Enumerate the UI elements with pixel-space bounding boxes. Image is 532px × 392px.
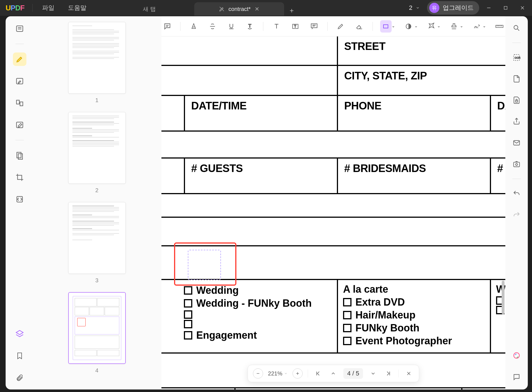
svg-point-45 bbox=[514, 26, 518, 29]
share-icon[interactable] bbox=[510, 115, 523, 128]
tab-count-dropdown[interactable]: 2 bbox=[404, 3, 425, 13]
tab-new[interactable]: 새 탭 bbox=[104, 2, 194, 16]
signature-icon[interactable] bbox=[471, 20, 483, 33]
crop-icon[interactable] bbox=[13, 171, 26, 184]
right-rail-bottom bbox=[505, 349, 528, 384]
typewriter-icon[interactable]: T bbox=[289, 20, 301, 33]
eraser-icon[interactable] bbox=[354, 20, 365, 33]
thumbnail-panel[interactable]: 1 2 3 bbox=[34, 16, 160, 389]
rectangle-shape-icon[interactable] bbox=[380, 20, 392, 33]
zoom-dropdown[interactable]: 221% bbox=[268, 370, 287, 377]
window-minimize[interactable] bbox=[481, 2, 496, 13]
shape-draft-preview[interactable] bbox=[188, 250, 221, 280]
checkbox[interactable] bbox=[343, 298, 351, 306]
svg-text:T: T bbox=[248, 23, 251, 29]
callout-icon[interactable] bbox=[308, 20, 320, 33]
window-maximize[interactable] bbox=[498, 2, 513, 13]
svg-rect-30 bbox=[383, 25, 388, 28]
highlight-text-icon[interactable] bbox=[188, 20, 199, 33]
pencil-icon[interactable] bbox=[335, 20, 346, 33]
menu-help[interactable]: 도움말 bbox=[68, 4, 86, 12]
left-rail bbox=[6, 16, 34, 389]
zoom-separator bbox=[398, 370, 399, 377]
underline-icon[interactable] bbox=[225, 20, 237, 33]
checkbox[interactable] bbox=[343, 324, 351, 332]
checkbox[interactable] bbox=[343, 337, 351, 345]
protect-icon[interactable] bbox=[510, 93, 523, 107]
layers-icon[interactable] bbox=[13, 327, 26, 341]
thumbnail-label: 1 bbox=[95, 97, 98, 104]
tabs-region: 새 탭 contract* ✕ ＋ bbox=[104, 0, 404, 16]
form-field-guests: # GUESTS bbox=[184, 159, 337, 193]
toolbar-separator bbox=[263, 22, 263, 31]
checkbox[interactable] bbox=[184, 299, 192, 308]
compress-icon[interactable] bbox=[13, 149, 26, 162]
organize-pages-icon[interactable] bbox=[13, 96, 26, 110]
tab-close-icon[interactable]: ✕ bbox=[255, 6, 259, 12]
edit-text-icon[interactable] bbox=[13, 74, 26, 88]
upgrade-button[interactable]: 유 업그레이드 bbox=[427, 1, 479, 15]
tab-count: 2 bbox=[409, 4, 412, 12]
thumbnail-item[interactable]: 4 bbox=[45, 292, 149, 374]
window-close[interactable] bbox=[515, 2, 530, 13]
checkbox[interactable] bbox=[184, 310, 192, 319]
package-option: Hair/Makeup bbox=[355, 309, 415, 321]
prev-page-button[interactable] bbox=[328, 368, 338, 379]
page-indicator[interactable]: 4 / 5 bbox=[343, 368, 363, 379]
checkbox[interactable] bbox=[184, 286, 192, 295]
zoom-in-button[interactable] bbox=[293, 368, 303, 379]
reader-mode-icon[interactable] bbox=[13, 22, 26, 35]
zoom-out-button[interactable] bbox=[253, 368, 263, 379]
thumbnail-label: 4 bbox=[95, 367, 98, 374]
svg-rect-49 bbox=[516, 100, 518, 102]
bookmark-icon[interactable] bbox=[13, 349, 26, 363]
pdf-page: STREET CITY, STATE, ZIP DATE/TIME PHONE … bbox=[161, 36, 505, 389]
chat-icon[interactable] bbox=[510, 370, 523, 384]
attachment-icon[interactable] bbox=[13, 371, 26, 384]
last-page-button[interactable] bbox=[383, 368, 393, 379]
comment-icon[interactable] bbox=[161, 20, 173, 33]
form-field-g-partial: # G bbox=[490, 159, 505, 193]
package-option: Wedding - FUNky Booth bbox=[196, 297, 312, 309]
rail-separator bbox=[15, 140, 24, 140]
redo-icon[interactable] bbox=[510, 208, 523, 222]
toolbar-separator bbox=[180, 22, 181, 31]
highlighter-icon[interactable] bbox=[13, 52, 26, 66]
package-header: A la carte bbox=[343, 283, 485, 295]
tab-new-label: 새 탭 bbox=[143, 5, 156, 13]
svg-rect-13 bbox=[18, 154, 22, 159]
close-zoom-bar[interactable] bbox=[404, 368, 414, 379]
ocr-icon[interactable]: OCR bbox=[510, 51, 523, 64]
undo-icon[interactable] bbox=[510, 187, 523, 200]
convert-icon[interactable] bbox=[13, 192, 26, 206]
checkbox[interactable] bbox=[343, 311, 351, 319]
stamp-icon[interactable] bbox=[448, 20, 460, 33]
tab-active[interactable]: contract* ✕ bbox=[194, 2, 284, 16]
toolbar-separator bbox=[373, 22, 373, 31]
email-icon[interactable] bbox=[510, 136, 523, 150]
first-page-button[interactable] bbox=[313, 368, 323, 379]
page-canvas[interactable]: STREET CITY, STATE, ZIP DATE/TIME PHONE … bbox=[161, 36, 505, 389]
next-page-button[interactable] bbox=[368, 368, 378, 379]
new-tab-button[interactable]: ＋ bbox=[286, 5, 297, 16]
search-icon[interactable] bbox=[510, 21, 523, 35]
strikethrough-icon[interactable] bbox=[207, 20, 218, 33]
form-edit-icon[interactable] bbox=[13, 118, 26, 132]
shape-fill-icon[interactable] bbox=[403, 20, 414, 33]
thumbnail-item[interactable]: 3 bbox=[45, 202, 149, 284]
sticky-note-icon[interactable] bbox=[426, 20, 437, 33]
ruler-icon[interactable] bbox=[494, 20, 505, 33]
svg-point-53 bbox=[516, 164, 518, 166]
ai-assistant-icon[interactable] bbox=[510, 349, 523, 363]
squiggly-icon[interactable]: T bbox=[244, 20, 256, 33]
checkbox[interactable] bbox=[184, 331, 192, 340]
menu-file[interactable]: 파일 bbox=[42, 4, 54, 12]
checkbox[interactable] bbox=[184, 320, 192, 328]
package-option: Engagement bbox=[196, 329, 257, 341]
screenshot-icon[interactable] bbox=[510, 157, 523, 171]
thumbnail-item[interactable]: 2 bbox=[45, 112, 149, 194]
text-box-icon[interactable] bbox=[271, 20, 282, 33]
export-icon[interactable] bbox=[510, 72, 523, 86]
thumbnail-item[interactable]: 1 bbox=[45, 22, 149, 104]
scrollbar-thumb[interactable] bbox=[502, 281, 504, 314]
